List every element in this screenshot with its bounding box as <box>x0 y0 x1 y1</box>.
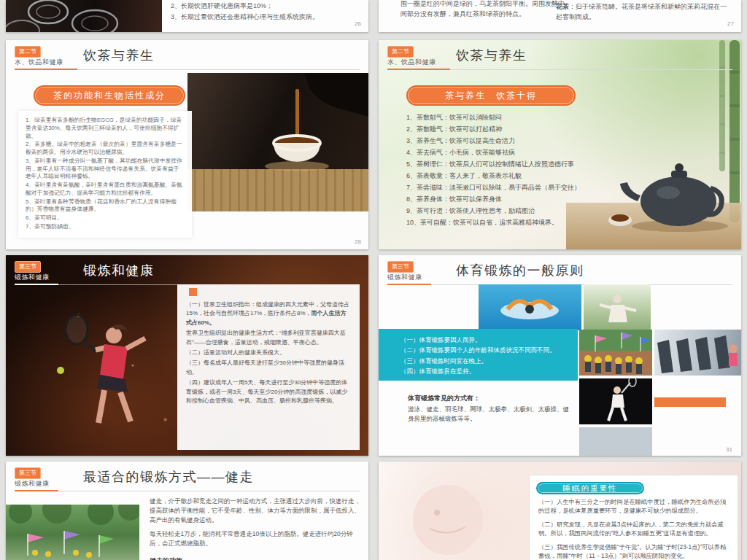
slide-30-thumbnail[interactable]: 第三节 锻炼和健康 锻炼和健康 （一）世界卫生组织指出：组成健康的四大元素中，父… <box>6 255 368 456</box>
walking-benefits-heading: 健走的功效 <box>150 556 363 560</box>
header-accent-line <box>387 69 450 70</box>
flower-tea-desc: ：归于绿茶范畴。花茶是将绿茶和新鲜的茉莉花混在一起窨制而成。 <box>556 3 727 20</box>
tea-ten-item: 1、茶散郁气：饮茶可以消除郁闷 <box>406 112 634 123</box>
bamboo-stalk-icon <box>729 40 740 222</box>
tea-ten-item: 7、茶尝滋味：淡茶漱口可以除味，易于再品尝（易于交往） <box>406 182 634 193</box>
exercise-rules-box: （一）体育锻炼要因人而异。 （二）体育锻炼要因个人的年龄和体质状况不同而不同。 … <box>379 329 578 381</box>
group-walk-image <box>579 330 652 376</box>
tea-ten-item: 2、茶散睡气：饮茶可以打起精神 <box>406 123 634 135</box>
sleep-text-card: 睡眠的重要性 （一）人生中有三分之一的时间是在睡眠中度过，睡眠作为生命所必须的过… <box>529 475 738 560</box>
wine-glass-rims-icon <box>6 0 162 32</box>
section-badge: 第二节 <box>15 46 41 58</box>
section-label: 锻炼和健康 <box>15 273 50 282</box>
section-badge: 第三节 <box>387 261 414 273</box>
page-number: 28 <box>355 238 361 245</box>
walking-text-block: 健走，介于散步和竞走之间的一种运动方式，主张通过大步向前，快速行走，提高肢体的平… <box>150 497 363 560</box>
alcohol-fact-line: 2、长期饮酒肝硬化患病率是10%； <box>171 1 360 12</box>
slide-title: 锻炼和健康 <box>83 262 155 279</box>
tea-ten-item: 4、茶去病气：小毛病，饮茶能够祛病 <box>406 147 634 158</box>
who-paragraph: （一）世界卫生组织指出：组成健康的四大元素中，父母遗传占15%，社会与自然环境占… <box>186 300 351 327</box>
gym-treadmills-image <box>654 330 741 376</box>
tea-function-pill: 茶的功能和生物活性成分 <box>34 85 185 106</box>
exercise-rule: （一）体育锻炼要因人而异。 <box>400 335 572 345</box>
swimming-image <box>479 284 581 330</box>
slide-33-thumbnail[interactable]: 睡眠的重要性 （一）人生中有三分之一的时间是在睡眠中度过，睡眠作为生命所必须的过… <box>379 462 741 560</box>
section-badge: 第二节 <box>387 46 414 58</box>
slide-preview-page: { "accent": {"orange": "#f0793c", "teal"… <box>0 0 747 560</box>
baby-icon <box>379 462 539 560</box>
badminton-player-image <box>579 378 652 424</box>
alcohol-fact-line: 3、长期过量饮酒还会患精神心理与生殖系统疾病。 <box>171 12 360 23</box>
tea-ten-item: 5、茶树理仁：饮茶后人们可以控制情绪让人按照道德行事 <box>406 158 634 170</box>
header-accent-line <box>15 490 58 491</box>
taichi-figure-icon <box>584 284 651 330</box>
tea-function-item: 7、茶可预防龋齿。 <box>26 223 185 231</box>
treadmill-row-icon <box>654 330 741 376</box>
oolong-tea-text: 围一圈是红的中间是绿的，乌龙茶阴阳平衡。周围发酵中间部分没有发酵，兼具红茶和绿茶… <box>400 0 565 20</box>
sleep-paragraph: （三）我国传统养生学提倡睡“子午觉”。认为睡“子时(23-1点)”可以养精蓄锐，… <box>538 542 729 560</box>
tea-ten-pill: 茶与养生 饮茶十得 <box>406 85 576 106</box>
tea-function-item: 1、绿茶里有茶多酚的衍生物EGCG，是绿茶的功能因子，绿茶里含量达30%。每天饮… <box>26 117 185 140</box>
tea-pouring-image <box>187 73 368 211</box>
slide-27-thumbnail[interactable]: 围一圈是红的中间是绿的，乌龙茶阴阳平衡。周围发酵中间部分没有发酵，兼具红茶和绿茶… <box>379 0 741 32</box>
tea-ten-list: 1、茶散郁气：饮茶可以消除郁闷 2、茶散睡气：饮茶可以打起精神 3、茶养生气：饮… <box>406 112 634 228</box>
section-label: 锻炼和健康 <box>387 273 422 282</box>
header-divider <box>15 491 360 491</box>
page-number: 26 <box>355 20 361 27</box>
tennis-player-icon <box>46 306 170 445</box>
sleep-paragraph: （二）研究发现，凡是在凌晨3点钟起床的人，第二天的免疫力就会减弱。所以，我国民间… <box>538 520 729 538</box>
section-label: 水、饮品和健康 <box>387 58 436 67</box>
sleep-paragraph: （一）人生中有三分之一的时间是在睡眠中度过，睡眠作为生命所必须的过程，是机体复原… <box>538 497 729 516</box>
section-label: 水、饮品和健康 <box>15 58 63 67</box>
tea-function-item: 3、茶叶里有一种成分叫一氨基丁酸，其功能在脑代谢中发挥作用，老年人听不清看不清和… <box>26 158 185 181</box>
flower-tea-text: 花茶：归于绿茶范畴。花茶是将绿茶和新鲜的茉莉花混在一起窨制而成。 <box>556 1 732 23</box>
header-accent-line <box>15 284 58 285</box>
swimmer-icon <box>479 284 581 330</box>
orange-accent-bar <box>654 397 726 407</box>
sleep-importance-pill: 睡眠的重要性 <box>536 482 644 494</box>
tea-ten-item: 8、茶养身体：饮茶可以保养身体 <box>406 193 634 205</box>
wine-glasses-image <box>6 0 162 32</box>
common-ways-label: 体育锻炼常见的方式有： <box>408 394 480 403</box>
exercise-rule: （三）体育锻炼时间宜在晚上。 <box>400 356 572 366</box>
slide-26-thumbnail[interactable]: 2、长期饮酒肝硬化患病率是10%； 3、长期过量饮酒还会患精神心理与生殖系统疾病… <box>6 0 368 32</box>
badminton-player-icon <box>579 378 652 424</box>
slide-title: 饮茶与养生 <box>83 47 155 64</box>
slide-29-thumbnail[interactable]: 第二节 水、饮品和健康 饮茶与养生 茶与养生 饮茶十得 1、茶散郁气：饮茶可以消… <box>379 40 741 249</box>
slide-32-thumbnail[interactable]: 第三节 锻炼和健康 最适合的锻炼方式——健走 健走，介于散步和竞走之间的一种运动… <box>6 462 368 560</box>
page-number: 31 <box>726 446 732 453</box>
slide-title: 饮茶与养生 <box>456 47 527 64</box>
tea-function-item: 4、茶叶里含有茶氨酸，茶叶里含有蛋白质和游离氨基酸。茶氨酸对于加强记忆力、提高学… <box>26 182 185 198</box>
who-paragraph: （二）适量运动对人的健康关系很大。 <box>186 349 351 357</box>
tea-function-item: 6、茶可明目。 <box>26 214 185 222</box>
who-paragraph: （四）建议成年人一周5天、每天进行至少30分钟中等强度的体育锻炼，或者一周3天、… <box>186 378 351 405</box>
section-label: 锻炼和健康 <box>15 479 50 489</box>
section-badge: 第三节 <box>15 261 41 273</box>
walking-paragraph: 每天轻松走1万步，能消耗平常普通走10倍以上的脂肪。健走进行约20分钟后，会正式… <box>150 529 363 548</box>
walking-paragraph: 健走，介于散步和竞走之间的一种运动方式，主张通过大步向前，快速行走，提高肢体的平… <box>150 497 363 526</box>
tea-ten-item: 3、茶养生气：饮茶可以提高生命活力 <box>406 135 634 147</box>
tea-ten-item: 10、茶可自醒：饮茶可以自省，追求高雅精神境界。 <box>406 217 634 228</box>
slide-28-thumbnail[interactable]: 第二节 水、饮品和健康 饮茶与养生 茶的功能和生物活性成分 1、绿茶里有茶多酚的… <box>6 40 368 249</box>
taichi-image <box>584 284 651 330</box>
tea-ten-item: 6、茶表敬意：客人来了，敬茶表示礼貌 <box>406 170 634 182</box>
forest-walk-image <box>6 505 139 560</box>
who-paragraph: （三）每名成年人最好每天进行至少30分钟中等强度的健身活动。 <box>186 359 351 377</box>
tennis-player-image <box>46 306 170 445</box>
flower-tea-label: 花茶 <box>556 3 569 10</box>
exercise-rule: （四）体育锻炼贵在坚持。 <box>400 366 572 376</box>
crowd-flags-icon <box>579 330 652 376</box>
tea-function-item: 2、茶多糖。绿茶中的粗老茶（最次的茶）里面含有茶多糖是一般茶的两倍。用冷水硬泡可… <box>26 141 185 157</box>
orange-square-marker <box>189 288 197 296</box>
bamboo-mat <box>187 169 368 211</box>
sleep-paragraphs: （一）人生中有三分之一的时间是在睡眠中度过，睡眠作为生命所必须的过程，是机体复原… <box>538 497 729 560</box>
section-badge: 第三节 <box>15 467 41 479</box>
gray-placeholder-block <box>579 427 652 456</box>
header-accent-line <box>387 284 431 285</box>
tea-function-item: 5、茶叶里有各种芳香物质（花店和香水厂的工人没有得肿瘤的）芳香物质有益身体健康。 <box>26 198 185 214</box>
slide-title: 最适合的锻炼方式——健走 <box>83 468 254 486</box>
tea-ten-item: 9、茶可行道：饮茶使人理性思考，励精图治 <box>406 205 634 217</box>
forest-flags-icon <box>6 505 139 560</box>
who-health-text-card: （一）世界卫生组织指出：组成健康的四大元素中，父母遗传占15%，社会与自然环境占… <box>177 284 360 450</box>
slide-31-thumbnail[interactable]: 第三节 锻炼和健康 体育锻炼的一般原则 （一）体育锻炼要因人而异。 （二）体育锻… <box>379 255 741 456</box>
